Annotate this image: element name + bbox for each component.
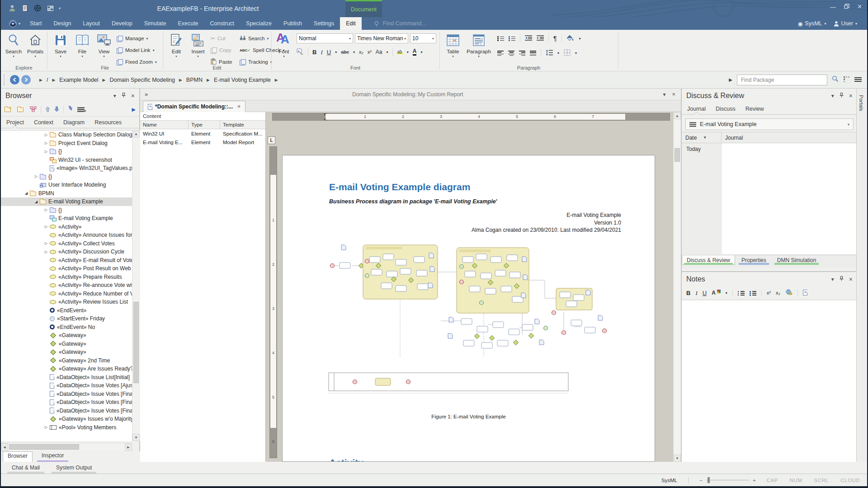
ribbon-tab-edit[interactable]: Edit [340,17,362,30]
portals-side-tab[interactable]: Portals [856,89,867,462]
tree-item[interactable]: «DataObject» Issue Votes [Ajust [1,381,132,390]
user-quick-icon[interactable] [8,4,16,13]
discuss-tab-discuss[interactable]: Discuss [716,106,736,112]
expand-arrow-icon[interactable]: ◢ [33,200,40,204]
dock-tab-discuss-review[interactable]: Discuss & Review [682,255,735,265]
chevron-down-icon[interactable]: ▾ [848,122,849,127]
format-painter-icon[interactable]: A [297,48,304,56]
chevron-down-icon[interactable]: ▾ [407,50,409,54]
restore-button[interactable] [844,4,849,10]
tree-item[interactable]: ▷«Activity» Discussion Cycle [1,248,132,256]
highlight-button[interactable]: ab [397,50,403,54]
italic-button[interactable]: I [695,290,697,296]
close-tab-icon[interactable]: × [237,103,241,110]
browser-tab-diagram[interactable]: Diagram [63,119,85,126]
chevron-down-icon[interactable]: ▾ [113,93,116,99]
fill-color-icon[interactable] [566,35,575,42]
close-icon[interactable]: × [849,92,853,99]
decrease-indent-icon[interactable] [525,35,532,42]
ribbon-tab-layout[interactable]: Layout [77,17,106,30]
align-left-icon[interactable] [497,50,504,56]
pilcrow-icon[interactable]: ¶ [553,35,557,42]
pin-icon[interactable] [122,93,126,99]
dock-tab-properties[interactable]: Properties [737,255,771,264]
tree-item[interactable]: ◢E-mail Voting Example [1,197,132,206]
breadcrumb-item[interactable]: E-mail Voting Example [214,77,271,83]
tree-item[interactable]: «DataObject» Issue Votes [Final [1,390,132,399]
content-table-header[interactable]: Name Type Template [140,120,265,129]
zoom-slider-thumb[interactable] [708,477,710,483]
dock-tab-browser[interactable]: Browser [3,451,33,462]
tree-item[interactable]: ◢BPMN [1,189,132,198]
find-package-search-icon[interactable] [832,75,839,84]
expand-arrow-icon[interactable]: ▷ [42,250,50,254]
search-button[interactable]: Search▾ [3,32,24,63]
hamburger-menu-icon[interactable] [854,76,862,84]
pin-icon[interactable] [840,276,844,282]
expand-arrow-icon[interactable]: ▷ [33,174,40,178]
ribbon-tab-design[interactable]: Design [47,17,77,30]
cut-button[interactable]: ✂Cut [211,33,226,43]
close-icon[interactable]: × [672,91,675,98]
tree-item[interactable]: User Interface Modeling [1,181,132,189]
tree-item[interactable]: «DataObject» Issue Votes [Final: [1,407,132,415]
content-table-row[interactable]: E-mail Voting E...ElementModel Report [140,138,265,146]
portals-button[interactable]: Portals▾ [24,32,46,63]
font-color-button[interactable]: A [413,48,417,56]
expand-arrow-icon[interactable]: ▷ [42,141,50,145]
save-button[interactable]: Save▾ [50,32,71,63]
new-package-icon[interactable]: ✦ [5,106,17,114]
browser-tab-project[interactable]: Project [6,119,24,126]
font-family-select[interactable]: Times New Roman▾ [355,33,408,43]
bullet-list-icon[interactable] [497,36,504,41]
move-down-icon[interactable] [54,106,59,114]
tree-item[interactable]: E-mail Voting Example [1,214,132,223]
strikethrough-button[interactable]: abc [341,50,349,55]
find-command[interactable] [374,17,455,30]
scroll-right-icon[interactable]: ▶ [729,77,732,82]
tree-item[interactable]: ▷Project Event Dialog [1,139,132,148]
align-center-icon[interactable] [508,50,514,56]
zoom-out-icon[interactable]: − [699,478,703,483]
tree-item[interactable]: ▷«Activity» [1,223,132,231]
change-case-button[interactable]: Aa [376,49,382,55]
find-package-input[interactable] [737,75,827,85]
chevron-down-icon[interactable]: ▾ [557,51,559,55]
superscript-button[interactable]: x² [368,50,372,55]
package-icon[interactable] [17,106,26,114]
user-menu[interactable]: User▾ [834,20,857,27]
browser-hamburger-icon[interactable]: ▾ [77,106,86,114]
expand-arrow-icon[interactable]: ▷ [42,241,50,245]
hyperlink-icon[interactable] [785,289,793,297]
dock-tab-dmn-simulation[interactable]: DMN Simulation [773,255,821,264]
paragraph-style-select[interactable]: Normal▾ [297,33,353,43]
copy-button[interactable]: Copy [211,45,231,55]
borders-icon[interactable] [564,49,571,57]
new-diagram-icon[interactable] [30,106,37,114]
chevrons-icon[interactable]: » [145,91,148,98]
ribbon-tab-develop[interactable]: Develop [106,17,138,30]
breadcrumb-item[interactable]: BPMN [186,77,203,83]
tree-item[interactable]: «DataObject» Issue List[Initial] [1,373,132,382]
table-button[interactable]: Table▾ [442,32,464,63]
content-table-row[interactable]: Win32 UIElementSpecification M... [140,129,265,138]
line-spacing-icon[interactable] [546,50,553,56]
manage-menu[interactable]: Manage▾ [117,33,148,43]
expand-panel-icon[interactable]: ▶ [132,107,136,113]
wheel-quick-icon[interactable] [33,4,42,13]
expand-arrow-icon[interactable]: ▷ [42,425,50,429]
move-up-icon[interactable] [45,106,50,114]
paragraph-button[interactable]: Paragraph▾ [465,32,493,63]
dock-tab-inspector[interactable]: Inspector [37,451,68,462]
tree-item[interactable]: «Activity» Post Result on Web Si [1,264,132,273]
tree-item[interactable]: «Gateway» [1,348,132,357]
journal-item-selector[interactable]: E-mail Voting Example ▾ [685,118,854,130]
ribbon-tab-specialize[interactable]: Specialize [240,17,278,30]
breadcrumb-item[interactable]: / [47,77,48,83]
ribbon-tab-execute[interactable]: Execute [172,17,204,30]
tree-item[interactable]: «Activity» Prepare Results [1,273,132,282]
italic-button[interactable]: I [321,49,322,55]
browser-horizontal-scrollbar[interactable]: ◀ ▶ [1,443,132,450]
tree-item[interactable]: ▷{} [1,147,132,156]
tree-item[interactable]: «Gateway» Issues w'o Majority? [1,415,132,423]
